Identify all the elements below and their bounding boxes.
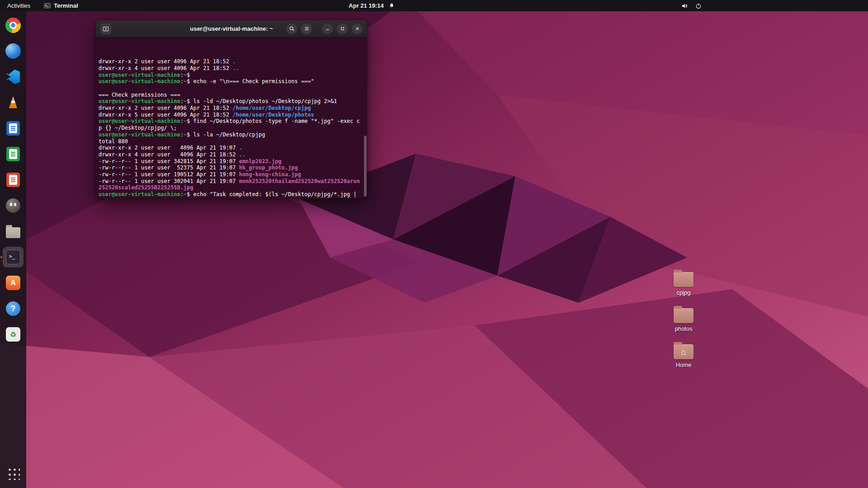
libreoffice-calc-icon bbox=[6, 147, 20, 161]
dock-item-impress[interactable] bbox=[3, 169, 24, 190]
new-tab-button[interactable] bbox=[100, 23, 111, 34]
terminal-line: user@user-virtual-machine:~$ echo -e "\n… bbox=[99, 78, 364, 85]
help-icon bbox=[6, 301, 20, 316]
dock-item-terminal[interactable] bbox=[3, 247, 24, 267]
dock-item-vlc[interactable] bbox=[3, 92, 24, 113]
desktop-icon-cpjpg[interactable]: cpjpg bbox=[665, 272, 702, 296]
terminal-line: === Check permissions === bbox=[99, 92, 364, 99]
terminal-icon bbox=[6, 250, 20, 264]
terminal-output[interactable]: drwxr-xr-x 2 user user 4096 Apr 21 18:52… bbox=[96, 38, 367, 198]
vlc-icon bbox=[6, 96, 20, 109]
activities-button[interactable]: Activities bbox=[7, 2, 30, 9]
terminal-line: 252520scaled25255B225255D.jpg bbox=[99, 184, 364, 191]
desktop-icons: cpjpg photos Home bbox=[665, 272, 702, 368]
search-button[interactable] bbox=[286, 23, 297, 34]
terminal-scrollbar-thumb[interactable] bbox=[364, 136, 367, 197]
terminal-line: drwxr-xr-x 2 user user 4096 Apr 21 18:52… bbox=[99, 105, 364, 112]
chrome-icon bbox=[5, 18, 21, 33]
terminal-line: drwxr-xr-x 2 user user 4096 Apr 21 18:52… bbox=[99, 58, 364, 65]
terminal-window: user@user-virtual-machine: ~ bbox=[96, 20, 367, 198]
notifications-bell-icon bbox=[389, 3, 395, 9]
desktop: Activities Terminal Apr 21 19:14 bbox=[0, 0, 868, 488]
terminal-line: -rw-r--r-- 1 user user 342815 Apr 21 19:… bbox=[99, 158, 364, 165]
volume-icon[interactable] bbox=[681, 3, 688, 9]
folder-icon bbox=[674, 308, 693, 323]
maximize-button[interactable] bbox=[337, 23, 348, 34]
libreoffice-writer-icon bbox=[6, 121, 20, 136]
desktop-icon-label: cpjpg bbox=[676, 289, 690, 296]
focused-app-menu[interactable]: Terminal bbox=[44, 2, 78, 9]
dock-item-software[interactable] bbox=[3, 272, 24, 293]
desktop-icon-photos[interactable]: photos bbox=[665, 308, 702, 332]
libreoffice-impress-icon bbox=[6, 173, 20, 187]
desktop-icon-home[interactable]: Home bbox=[665, 344, 702, 368]
vscode-icon bbox=[6, 70, 20, 84]
terminal-line: -rw-r--r-- 1 user user 52375 Apr 21 19:0… bbox=[99, 164, 364, 171]
top-bar: Activities Terminal Apr 21 19:14 bbox=[0, 0, 868, 11]
folder-icon bbox=[674, 272, 693, 287]
terminal-line: user@user-virtual-machine:~$ bbox=[99, 72, 364, 79]
power-icon[interactable] bbox=[695, 3, 702, 9]
dock-item-writer[interactable] bbox=[3, 118, 24, 139]
focused-app-name: Terminal bbox=[54, 2, 78, 9]
dock-item-calc[interactable] bbox=[3, 144, 24, 164]
terminal-line: wc -l) .jpg files copied to cpjpg direct… bbox=[99, 198, 364, 198]
ubuntu-software-icon bbox=[6, 276, 20, 290]
app-grid-icon bbox=[6, 466, 20, 480]
files-icon bbox=[6, 227, 20, 238]
desktop-icon-label: Home bbox=[676, 361, 692, 368]
dock-item-files[interactable] bbox=[3, 221, 24, 242]
dock-item-browser[interactable] bbox=[3, 41, 24, 61]
clock: Apr 21 19:14 bbox=[349, 2, 383, 9]
close-button[interactable] bbox=[352, 23, 363, 34]
dock bbox=[0, 11, 26, 488]
dock-item-help[interactable] bbox=[3, 298, 24, 319]
dock-item-chrome[interactable] bbox=[3, 15, 24, 36]
terminal-line: p {} ~/Desktop/cpjpg/ \; bbox=[99, 125, 364, 131]
dock-item-trash[interactable] bbox=[3, 324, 24, 345]
terminal-line: drwxr-xr-x 2 user user 4096 Apr 21 19:07… bbox=[99, 145, 364, 151]
terminal-line: user@user-virtual-machine:~$ echo "Task … bbox=[99, 191, 364, 198]
terminal-line: total 880 bbox=[99, 138, 364, 145]
terminal-line: drwxr-xr-x 4 user user 4096 Apr 21 18:52… bbox=[99, 65, 364, 72]
web-browser-icon bbox=[5, 43, 21, 59]
show-applications-button[interactable] bbox=[3, 463, 24, 483]
terminal-line: drwxr-xr-x 4 user user 4096 Apr 21 18:52… bbox=[99, 151, 364, 158]
minimize-button[interactable] bbox=[322, 23, 333, 34]
terminal-line: -rw-r--r-- 1 user user 190512 Apr 21 19:… bbox=[99, 171, 364, 178]
terminal-line: -rw-r--r-- 1 user user 302041 Apr 21 19:… bbox=[99, 178, 364, 185]
terminal-line bbox=[99, 85, 364, 92]
terminal-header[interactable]: user@user-virtual-machine: ~ bbox=[96, 20, 367, 38]
home-folder-icon bbox=[674, 344, 693, 359]
terminal-line: user@user-virtual-machine:~$ ls -la ~/De… bbox=[99, 131, 364, 138]
dock-item-gimp[interactable] bbox=[3, 195, 24, 216]
terminal-line: user@user-virtual-machine:~$ ls -ld ~/De… bbox=[99, 98, 364, 105]
clock-menu[interactable]: Apr 21 19:14 bbox=[349, 2, 394, 9]
terminal-line: drwxr-xr-x 5 user user 4096 Apr 21 18:52… bbox=[99, 112, 364, 118]
desktop-icon-label: photos bbox=[675, 325, 692, 332]
terminal-app-icon bbox=[44, 2, 51, 9]
gimp-icon bbox=[6, 198, 20, 213]
dock-item-vscode[interactable] bbox=[3, 66, 24, 87]
menu-button[interactable] bbox=[301, 23, 312, 34]
terminal-line: user@user-virtual-machine:~$ find ~/Desk… bbox=[99, 118, 364, 125]
terminal-scrollbar[interactable] bbox=[363, 38, 367, 198]
system-tray bbox=[681, 3, 702, 9]
trash-icon bbox=[6, 327, 20, 342]
